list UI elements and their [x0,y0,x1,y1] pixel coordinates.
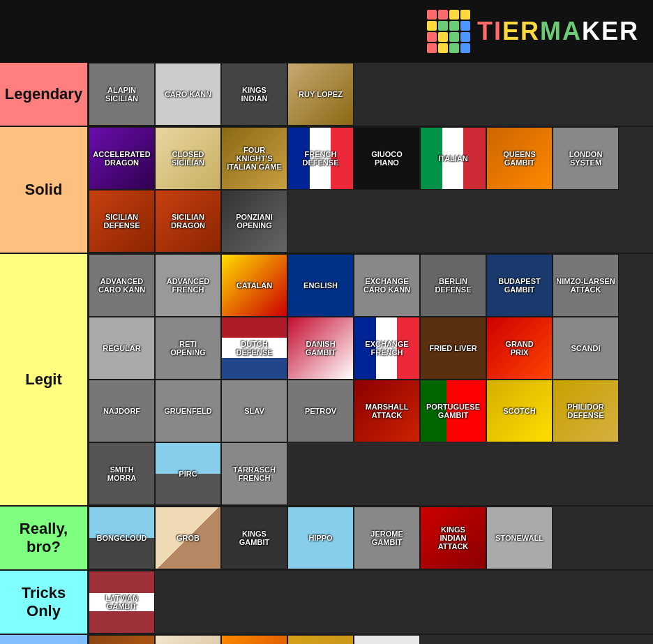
item-jeromegambit[interactable]: JEROME GAMBIT [354,507,420,569]
item-marshallattack[interactable]: MARSHALL ATTACK [354,380,420,442]
item-advfrench[interactable]: ADVANCED FRENCH [155,254,221,317]
item-label-catalan: CATALAN [222,255,287,316]
item-petrov[interactable]: PETROV [287,380,354,442]
logo-grid-cell [460,32,470,42]
tier-label-legit: Legit [0,254,87,505]
item-gruenfeld[interactable]: GRUENFELD [155,380,221,442]
item-label-friedliver: FRIED LIVER [421,317,486,379]
item-fourknights[interactable]: FOUR KNIGHT'S ITALIAN GAME [221,127,287,190]
item-label-ruylopez: RUY LOPEZ [288,63,353,125]
item-budapestgambit[interactable]: BUDAPEST GAMBIT [486,254,553,317]
item-polish[interactable]: POLISH [287,635,354,644]
item-label-benoni: BENONI [156,636,220,644]
item-label-advfrench: ADVANCED FRENCH [156,255,220,316]
item-label-advcarokann: ADVANCED CARO KANN [89,255,154,316]
item-exchangefrench[interactable]: EXCHANGE FRENCH [354,317,420,380]
logo-grid-cell [438,43,448,53]
item-siciliandef[interactable]: SICILIAN DEFENSE [89,190,155,253]
tier-items-tricksonly: LATVIAN GAMBIT [87,571,653,634]
item-grandprix[interactable]: GRAND PRIX [486,317,553,380]
item-accdrag[interactable]: ACCELERATED DRAGON [89,127,155,190]
logo-text: TiERMAKER [477,17,639,46]
item-sodiumattack[interactable]: SODIUM ATTACK [354,635,420,644]
tier-row-reallybro: Really, bro?BONGCLOUDGROBKINGS GAMBITHIP… [0,507,653,571]
item-nimzolarsen[interactable]: NIMZO-LARSEN ATTACK [553,254,619,317]
item-stonewall[interactable]: STONEWALL [486,507,553,569]
tier-label-solid: Solid [0,127,87,253]
item-label-polish: POLISH [288,636,353,644]
item-siciliandrag[interactable]: SICILIAN DRAGON [155,190,221,253]
item-label-fourknights: FOUR KNIGHT'S ITALIAN GAME [222,128,287,189]
item-alekhineof[interactable]: ALEKHINE'S DEFENSE [89,635,155,644]
item-label-siciliandrag: SICILIAN DRAGON [156,190,220,252]
item-catalan[interactable]: CATALAN [221,254,287,317]
item-alapin[interactable]: ALAPIN SICILIAN [89,63,155,126]
item-label-alekhineof: ALEKHINE'S DEFENSE [89,636,154,644]
item-exchangecarokann[interactable]: EXCHANGE CARO KANN [354,254,420,317]
item-label-italian: ITALIAN [421,128,486,189]
app-container: TiERMAKER LegendaryALAPIN SICILIANCARO K… [0,0,653,644]
item-label-hippo: HIPPO [288,507,353,569]
item-kingsgambit[interactable]: KINGS GAMBIT [221,507,287,569]
item-danishgambit[interactable]: DANISH GAMBIT [287,317,354,380]
item-label-closedsicilian: CLOSED SICILIAN [156,128,220,189]
item-ponziani[interactable]: PONZIANI OPENING [221,190,287,253]
item-tarraschfrench[interactable]: TARRASCH FRENCH [221,442,287,505]
item-advcarokann[interactable]: ADVANCED CARO KANN [89,254,155,317]
tier-row-garbage: GarbageALEKHINE'S DEFENSEBENONIFOOLS MAT… [0,635,653,644]
item-foolsmate[interactable]: FOOLS MATE [221,635,287,644]
item-scandi[interactable]: SCANDI [553,317,619,380]
item-berlindef[interactable]: BERLIN DEFENSE [420,254,486,317]
item-carokann[interactable]: CARO KANN [155,63,221,126]
item-label-siciliandef: SICILIAN DEFENSE [89,190,154,252]
logo-grid-cell [427,43,437,53]
item-label-alapin: ALAPIN SICILIAN [89,63,154,125]
item-label-scandi: SCANDI [553,317,618,379]
item-closedsicilian[interactable]: CLOSED SICILIAN [155,127,221,190]
item-slav[interactable]: SLAV [221,380,287,442]
item-benoni[interactable]: BENONI [155,635,221,644]
item-friedliver[interactable]: FRIED LIVER [420,317,486,380]
item-londonsystem[interactable]: LONDON SYSTEM [553,127,619,190]
item-label-kingsindianattack: KINGS INDIAN ATTACK [421,507,486,569]
item-label-kingsindian: KINGS INDIAN [222,63,287,125]
item-frenchdef[interactable]: FRENCH DEFENSE [287,127,354,190]
item-grob[interactable]: GROB [155,507,221,569]
logo-grid-cell [449,43,459,53]
item-label-grandprix: GRAND PRIX [487,317,552,379]
item-label-english: ENGLISH [288,255,353,316]
tier-items-garbage: ALEKHINE'S DEFENSEBENONIFOOLS MATEPOLISH… [87,635,653,644]
item-hippo[interactable]: HIPPO [287,507,354,569]
item-kingsindian[interactable]: KINGS INDIAN [221,63,287,126]
item-ruylopez[interactable]: RUY LOPEZ [287,63,354,126]
logo-grid-cell [427,10,437,20]
item-scotch[interactable]: SCOTCH [486,380,553,442]
item-label-budapestgambit: BUDAPEST GAMBIT [487,255,552,316]
logo-grid-cell [438,21,448,31]
item-kingsindianattack[interactable]: KINGS INDIAN ATTACK [420,507,486,569]
item-label-ponziani: PONZIANI OPENING [222,190,287,252]
item-english[interactable]: ENGLISH [287,254,354,317]
logo-grid-cell [449,10,459,20]
item-regular[interactable]: REGULAR [89,317,155,380]
item-label-retiopening: RETI OPENING [156,317,220,379]
item-queensgambit[interactable]: QUEENS GAMBIT [486,127,553,190]
item-smithmorra[interactable]: SMITH MORRA [89,442,155,505]
logo-grid-cell [449,32,459,42]
item-portuguesegambit[interactable]: PORTUGUESE GAMBIT [420,380,486,442]
tier-container: LegendaryALAPIN SICILIANCARO KANNKINGS I… [0,63,653,644]
item-retiopening[interactable]: RETI OPENING [155,317,221,380]
item-giuoco[interactable]: GIUOCO PIANO [354,127,420,190]
item-bongcloud[interactable]: BONGCLOUD [89,507,155,569]
item-label-smithmorra: SMITH MORRA [89,443,154,504]
item-italian[interactable]: ITALIAN [420,127,486,190]
item-najdorf[interactable]: NAJDORF [89,380,155,442]
tiermaker-logo: TiERMAKER [427,10,639,53]
item-label-gruenfeld: GRUENFELD [156,380,220,442]
tier-items-reallybro: BONGCLOUDGROBKINGS GAMBITHIPPOJEROME GAM… [87,507,653,569]
tier-items-legit: ADVANCED CARO KANNADVANCED FRENCHCATALAN… [87,254,653,505]
item-philidordef[interactable]: PHILIDOR DEFENSE [553,380,619,442]
item-pirc[interactable]: PIRC [155,442,221,505]
item-latviangambit[interactable]: LATVIAN GAMBIT [89,571,155,634]
item-dutchdef[interactable]: DUTCH DEFENSE [221,317,287,380]
